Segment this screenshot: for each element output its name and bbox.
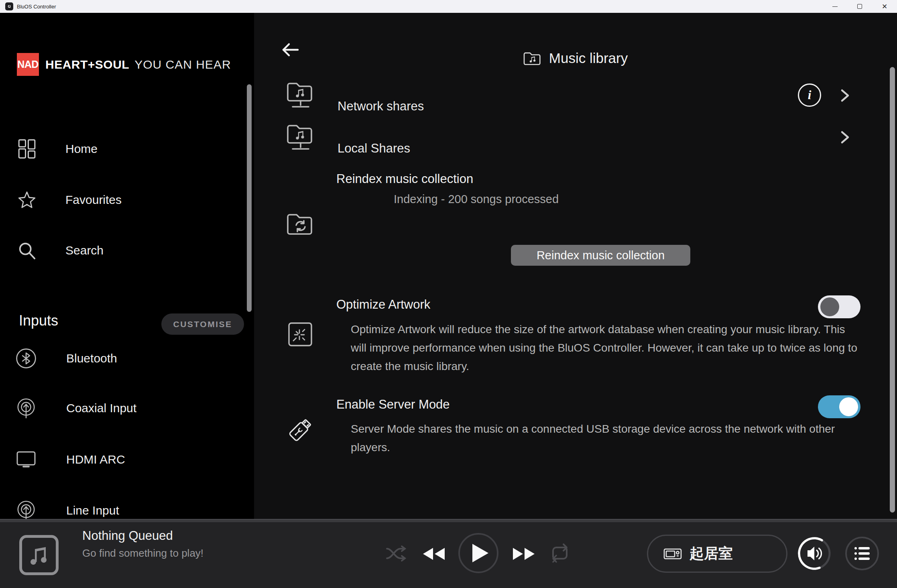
server-mode-toggle[interactable] bbox=[818, 395, 860, 418]
queue-button[interactable] bbox=[845, 537, 879, 570]
server-description: Server Mode shares the music on a connec… bbox=[351, 420, 859, 457]
tagline-bold: HEART+SOUL bbox=[45, 58, 129, 71]
sidebar-item-label: Line Input bbox=[66, 504, 119, 517]
sidebar-item-search[interactable]: Search bbox=[0, 232, 241, 269]
bluetooth-icon bbox=[16, 348, 37, 369]
music-library-panel: Music library Network shares i Local Sha… bbox=[254, 13, 897, 519]
volume-icon bbox=[797, 537, 831, 570]
now-playing-subtitle: Go find something to play! bbox=[82, 547, 203, 560]
app-logo-icon bbox=[5, 2, 13, 10]
reindex-title: Reindex music collection bbox=[336, 172, 473, 186]
network-folder-icon bbox=[287, 122, 315, 152]
share-row-label: Local Shares bbox=[338, 141, 410, 156]
reindex-button[interactable]: Reindex music collection bbox=[511, 245, 690, 266]
sidebar-item-label: Bluetooth bbox=[66, 352, 117, 365]
sidebar-item-coaxial[interactable]: Coaxial Input bbox=[0, 389, 241, 427]
nad-logo: NAD bbox=[17, 53, 39, 76]
album-art-placeholder bbox=[19, 535, 59, 575]
minimize-icon bbox=[832, 6, 838, 7]
sidebar-item-favourites[interactable]: Favourites bbox=[0, 182, 241, 218]
forward-button[interactable] bbox=[512, 548, 535, 560]
sidebar-item-label: Search bbox=[65, 244, 104, 257]
info-button[interactable]: i bbox=[798, 83, 821, 107]
now-playing-title: Nothing Queued bbox=[82, 529, 173, 543]
toggle-knob bbox=[839, 397, 858, 416]
share-row-label: Network shares bbox=[338, 99, 424, 114]
album-note-icon bbox=[29, 544, 49, 566]
room-selector[interactable]: 起居室 bbox=[647, 535, 787, 573]
server-title: Enable Server Mode bbox=[336, 397, 450, 412]
music-folder-icon bbox=[523, 50, 542, 67]
close-icon: ✕ bbox=[882, 2, 887, 11]
rewind-button[interactable] bbox=[422, 548, 445, 560]
sidebar-scrollbar[interactable] bbox=[247, 84, 252, 312]
main-scrollbar[interactable] bbox=[890, 67, 895, 513]
line-input-icon bbox=[16, 500, 37, 521]
reindex-status: Indexing - 200 songs processed bbox=[394, 193, 559, 206]
chevron-right-icon[interactable] bbox=[840, 89, 851, 102]
star-icon bbox=[17, 190, 37, 210]
maximize-icon bbox=[857, 4, 862, 9]
bluos-controller-window: BluOS Controller ✕ NAD HEART+SOUL YOU CA… bbox=[0, 0, 897, 588]
sidebar: NAD HEART+SOUL YOU CAN HEAR Home Favouri… bbox=[0, 13, 254, 519]
shuffle-button[interactable] bbox=[386, 544, 408, 563]
brand-tagline: HEART+SOUL YOU CAN HEAR bbox=[45, 53, 231, 76]
optimize-description: Optimize Artwork will reduce the size of… bbox=[351, 320, 859, 376]
minimize-button[interactable] bbox=[822, 0, 847, 13]
chevron-right-icon[interactable] bbox=[840, 130, 851, 144]
sidebar-item-label: Home bbox=[65, 142, 98, 156]
artwork-icon bbox=[287, 322, 313, 347]
network-folder-icon bbox=[287, 79, 315, 110]
tv-icon bbox=[16, 449, 37, 470]
info-icon: i bbox=[808, 88, 812, 102]
sidebar-item-bluetooth[interactable]: Bluetooth bbox=[0, 339, 241, 378]
maximize-button[interactable] bbox=[847, 0, 872, 13]
queue-list-icon bbox=[854, 546, 870, 561]
room-name: 起居室 bbox=[690, 544, 733, 564]
home-icon bbox=[17, 139, 37, 159]
toggle-knob bbox=[820, 297, 839, 316]
search-icon bbox=[17, 241, 37, 260]
page-title: Music library bbox=[254, 47, 897, 69]
play-button[interactable] bbox=[458, 533, 498, 573]
customise-button[interactable]: CUSTOMISE bbox=[161, 313, 244, 335]
optimize-title: Optimize Artwork bbox=[336, 297, 430, 312]
page-title-text: Music library bbox=[549, 50, 628, 66]
repeat-button[interactable] bbox=[549, 543, 571, 564]
player-bar: Nothing Queued Go find something to play… bbox=[0, 519, 897, 588]
titlebar: BluOS Controller ✕ bbox=[0, 0, 897, 13]
sidebar-item-label: HDMI ARC bbox=[66, 453, 125, 466]
sidebar-item-label: Coaxial Input bbox=[66, 401, 136, 415]
tagline-light: YOU CAN HEAR bbox=[134, 58, 231, 71]
sidebar-item-label: Favourites bbox=[65, 193, 122, 207]
sidebar-item-home[interactable]: Home bbox=[0, 131, 241, 167]
sidebar-item-hdmi-arc[interactable]: HDMI ARC bbox=[0, 440, 241, 479]
folder-sync-icon bbox=[287, 210, 315, 237]
window-title: BluOS Controller bbox=[17, 4, 56, 10]
optimize-artwork-toggle[interactable] bbox=[818, 295, 860, 318]
usb-icon bbox=[286, 413, 316, 443]
close-button[interactable]: ✕ bbox=[872, 0, 897, 13]
device-icon bbox=[663, 547, 683, 561]
coaxial-icon bbox=[16, 398, 37, 419]
play-icon bbox=[472, 544, 488, 562]
inputs-section-title: Inputs bbox=[19, 312, 58, 329]
volume-button[interactable] bbox=[797, 537, 831, 570]
